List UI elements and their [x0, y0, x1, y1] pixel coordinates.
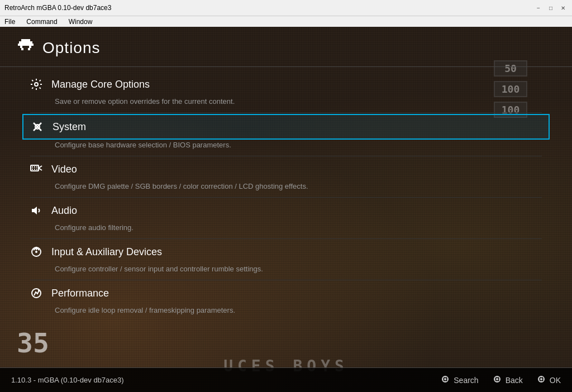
options-header-icon — [17, 37, 35, 59]
svg-point-34 — [497, 376, 498, 377]
menu-command[interactable]: Command — [24, 18, 59, 26]
title-bar: RetroArch mGBA 0.10-dev db7ace3 − □ ✕ — [0, 0, 572, 16]
svg-rect-5 — [20, 46, 22, 48]
window-controls: − □ ✕ — [534, 3, 568, 12]
ok-action[interactable]: OK — [536, 374, 561, 386]
version-text: 1.10.3 - mGBA (0.10-dev db7ace3) — [11, 376, 124, 384]
maximize-button[interactable]: □ — [546, 3, 555, 12]
menu-item-manage-core-options[interactable]: Manage Core Options — [22, 73, 550, 96]
svg-point-28 — [445, 376, 446, 377]
svg-rect-17 — [32, 169, 33, 170]
system-desc: Configure base hardware selection / BIOS… — [22, 140, 550, 155]
ok-label: OK — [550, 376, 561, 385]
menu-section: Manage Core Options Save or remove optio… — [0, 73, 572, 320]
back-label: Back — [506, 376, 523, 385]
search-icon — [440, 374, 450, 386]
menu-item-audio[interactable]: Audio — [22, 199, 550, 222]
back-icon — [492, 374, 502, 386]
svg-rect-19 — [36, 169, 37, 170]
performance-icon — [30, 287, 42, 299]
svg-rect-13 — [31, 165, 39, 171]
svg-point-42 — [541, 381, 542, 382]
options-header: Options — [0, 27, 572, 67]
svg-rect-6 — [29, 46, 31, 48]
menu-list: Manage Core Options Save or remove optio… — [0, 67, 572, 367]
options-panel: Options Manage Core Options Save or remo… — [0, 27, 572, 392]
svg-rect-14 — [32, 166, 33, 168]
manage-core-desc: Save or remove option overrides for the … — [22, 96, 550, 111]
svg-rect-16 — [36, 166, 37, 168]
svg-point-27 — [442, 379, 444, 380]
system-icon — [31, 121, 44, 133]
svg-rect-4 — [18, 44, 34, 46]
menu-item-system[interactable]: System — [22, 114, 550, 140]
menu-item-performance[interactable]: Performance — [22, 281, 550, 305]
minimize-button[interactable]: − — [534, 3, 543, 12]
menu-item-video[interactable]: Video — [22, 157, 550, 181]
svg-point-36 — [497, 381, 498, 382]
manage-core-icon — [30, 78, 42, 90]
menu-file[interactable]: File — [2, 18, 17, 26]
svg-point-29 — [447, 379, 448, 380]
performance-desc: Configure idle loop removal / frameskipp… — [22, 305, 550, 320]
divider-3 — [30, 197, 542, 198]
search-label: Search — [454, 376, 478, 385]
audio-icon — [30, 204, 42, 217]
svg-point-40 — [541, 376, 542, 377]
svg-point-41 — [543, 379, 544, 380]
video-desc: Configure DMG palette / SGB borders / co… — [22, 181, 550, 196]
svg-rect-8 — [28, 48, 30, 50]
audio-label: Audio — [51, 205, 77, 217]
input-auxiliary-label: Input & Auxiliary Devices — [51, 246, 162, 258]
svg-rect-15 — [34, 166, 35, 168]
svg-point-30 — [445, 381, 446, 382]
svg-point-31 — [444, 378, 446, 380]
video-icon — [30, 163, 42, 175]
svg-point-39 — [538, 379, 540, 380]
ok-icon — [536, 374, 546, 386]
input-auxiliary-desc: Configure controller / sensor input and … — [22, 264, 550, 279]
video-label: Video — [51, 164, 77, 175]
svg-point-37 — [496, 378, 498, 380]
svg-rect-18 — [34, 169, 35, 170]
close-button[interactable]: ✕ — [559, 3, 568, 12]
svg-rect-7 — [21, 48, 23, 50]
svg-point-33 — [494, 379, 495, 380]
menu-window[interactable]: Window — [66, 18, 95, 26]
back-action[interactable]: Back — [492, 374, 523, 386]
divider-5 — [30, 280, 542, 280]
divider-2 — [30, 156, 542, 156]
search-action[interactable]: Search — [440, 374, 478, 386]
svg-point-23 — [35, 251, 37, 253]
system-label: System — [53, 121, 86, 133]
svg-point-35 — [499, 379, 500, 380]
svg-point-43 — [540, 378, 542, 380]
menu-item-input-auxiliary[interactable]: Input & Auxiliary Devices — [22, 240, 550, 264]
main-content: 50 100 100 35 UCES BOYS — [0, 27, 572, 392]
bottom-bar: 1.10.3 - mGBA (0.10-dev db7ace3) Se — [0, 367, 572, 392]
bottom-actions: Search Back — [440, 374, 561, 386]
input-icon — [30, 246, 42, 258]
options-title: Options — [42, 39, 101, 57]
svg-point-9 — [35, 83, 38, 86]
svg-rect-2 — [21, 39, 30, 41]
menu-bar: File Command Window — [0, 16, 572, 27]
window-title: RetroArch mGBA 0.10-dev db7ace3 — [4, 4, 111, 12]
manage-core-label: Manage Core Options — [51, 79, 150, 90]
audio-desc: Configure audio filtering. — [22, 222, 550, 237]
divider-1 — [30, 112, 542, 113]
performance-label: Performance — [51, 288, 109, 299]
divider-4 — [30, 238, 542, 239]
